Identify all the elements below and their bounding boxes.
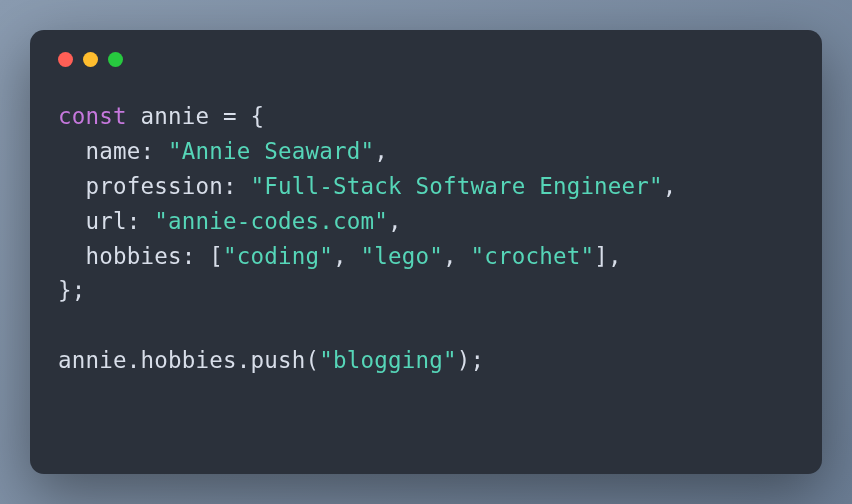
code-block: const annie = { name: "Annie Seaward", p… xyxy=(58,99,794,378)
close-icon[interactable] xyxy=(58,52,73,67)
minimize-icon[interactable] xyxy=(83,52,98,67)
prop-profession-key: profession xyxy=(86,173,223,199)
prop-url-key: url xyxy=(86,208,127,234)
close-brace: }; xyxy=(58,277,86,303)
prop-name-key: name xyxy=(86,138,141,164)
code-window: const annie = { name: "Annie Seaward", p… xyxy=(30,30,822,474)
call-object: annie xyxy=(58,347,127,373)
equals: = xyxy=(209,103,250,129)
open-brace: { xyxy=(250,103,264,129)
call-prop: hobbies xyxy=(140,347,236,373)
array-open: [ xyxy=(209,243,223,269)
prop-hobbies-key: hobbies xyxy=(86,243,182,269)
hobby-1: "lego" xyxy=(360,243,442,269)
window-titlebar xyxy=(58,52,794,67)
call-arg: "blogging" xyxy=(319,347,456,373)
hobby-0: "coding" xyxy=(223,243,333,269)
var-name: annie xyxy=(140,103,209,129)
keyword-const: const xyxy=(58,103,127,129)
hobby-2: "crochet" xyxy=(470,243,594,269)
prop-name-value: "Annie Seaward" xyxy=(168,138,374,164)
zoom-icon[interactable] xyxy=(108,52,123,67)
prop-url-value: "annie-codes.com" xyxy=(154,208,388,234)
prop-profession-value: "Full-Stack Software Engineer" xyxy=(250,173,662,199)
call-method: push xyxy=(250,347,305,373)
array-close: ] xyxy=(594,243,608,269)
